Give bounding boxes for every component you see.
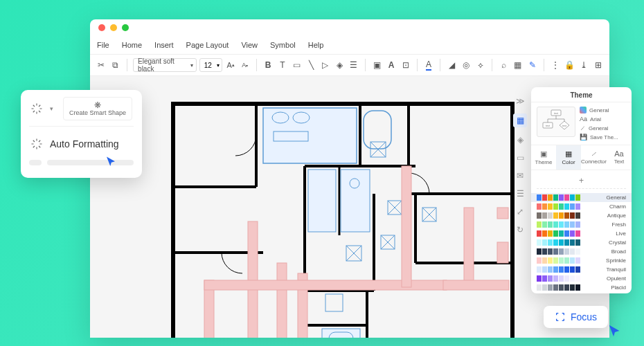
font-grow-icon[interactable]: A▴: [225, 58, 237, 72]
color-swatch: [548, 203, 553, 210]
maximize-window-button[interactable]: [122, 24, 129, 31]
color-swatch: [542, 275, 547, 282]
theme-row[interactable]: Live: [531, 229, 632, 238]
color-swatch: [570, 266, 575, 273]
color-swatch: [537, 257, 542, 264]
expand-panel-icon[interactable]: ≫: [515, 95, 526, 107]
create-smart-shape-button[interactable]: ❋ Create Smart Shape: [63, 97, 132, 120]
theme-row[interactable]: Opulent: [531, 274, 632, 283]
theme-row[interactable]: Crystal: [531, 238, 632, 247]
dropdown-icon[interactable]: ⊡: [400, 58, 411, 72]
theme-tabs: ▣Theme ▦Color ⟋Connector AaText: [531, 145, 632, 170]
menu-page-layout[interactable]: Page Layout: [186, 41, 229, 49]
theme-row[interactable]: Tranquil: [531, 265, 632, 274]
comment-icon[interactable]: ✉: [515, 170, 526, 181]
align-icon[interactable]: ☰: [348, 58, 360, 72]
more-icon[interactable]: ⊞: [593, 58, 605, 72]
search-icon[interactable]: ⌕: [498, 58, 510, 72]
color-swatch: [553, 248, 558, 255]
page-panel-icon[interactable]: ▭: [515, 152, 526, 163]
tab-text[interactable]: AaText: [607, 145, 632, 170]
theme-name: Placid: [608, 284, 626, 291]
color-swatch: [537, 212, 542, 219]
theme-row[interactable]: Antique: [531, 211, 632, 220]
copy-icon[interactable]: ⧉: [110, 58, 122, 72]
color-swatch: [553, 275, 558, 282]
pointer-icon[interactable]: ▷: [319, 58, 331, 72]
text-icon[interactable]: T: [277, 58, 289, 72]
font-size-select[interactable]: 12: [199, 58, 222, 72]
auto-formatting-row[interactable]: Auto Formatting: [29, 136, 134, 152]
color-swatch: [564, 194, 569, 201]
font-family-select[interactable]: Elegant soft black: [133, 58, 197, 72]
theme-row[interactable]: Placid: [531, 283, 632, 292]
theme-panel-title: Theme: [531, 87, 632, 102]
palette-icon[interactable]: ▦: [513, 113, 527, 127]
menu-home[interactable]: Home: [122, 41, 142, 49]
theme-row[interactable]: Charm: [531, 202, 632, 211]
theme-name: Fresh: [609, 221, 626, 228]
line-icon[interactable]: ╲: [305, 58, 317, 72]
tab-color[interactable]: ▦Color: [556, 145, 581, 170]
theme-row[interactable]: Sprinkle: [531, 256, 632, 265]
minimize-window-button[interactable]: [110, 24, 117, 31]
bullet-icon[interactable]: ☰: [515, 188, 526, 199]
tab-connector[interactable]: ⟋Connector: [581, 145, 607, 170]
export-icon[interactable]: ⤓: [578, 58, 590, 72]
shapes-panel-icon[interactable]: ◈: [515, 134, 526, 145]
color-swatch: [570, 275, 575, 282]
color-swatch: [537, 275, 542, 282]
color-swatch: [559, 248, 564, 255]
cursor-icon: [105, 156, 117, 168]
bold-icon[interactable]: B: [262, 58, 274, 72]
chevron-down-icon[interactable]: ▾: [50, 105, 53, 112]
options-icon[interactable]: ⋮: [550, 58, 562, 72]
add-theme-button[interactable]: +: [537, 173, 626, 189]
svg-rect-25: [308, 170, 336, 232]
theme-row[interactable]: Fresh: [531, 220, 632, 229]
color-swatch: [548, 257, 553, 264]
theme-name: Sprinkle: [603, 257, 626, 264]
theme-name: Antique: [605, 212, 626, 219]
lock-icon[interactable]: 🔒: [564, 58, 575, 72]
menu-symbol[interactable]: Symbol: [270, 41, 296, 49]
camera-icon[interactable]: ◎: [460, 58, 472, 72]
fullscreen-icon[interactable]: ⤢: [515, 206, 526, 217]
scissors-icon[interactable]: ✂: [96, 58, 107, 72]
rectangle-icon[interactable]: ▭: [291, 58, 303, 72]
color-swatch: [542, 221, 547, 228]
svg-rect-21: [364, 111, 391, 149]
color-swatch: [542, 212, 547, 219]
font-style-icon[interactable]: A: [386, 58, 397, 72]
theme-name: Broad: [609, 248, 626, 255]
progress-bar: [29, 160, 134, 165]
color-swatch: [548, 266, 553, 273]
right-tool-strip: ≫ ▦ ◈ ▭ ✉ ☰ ⤢ ↻: [512, 95, 528, 235]
color-swatch: [559, 266, 564, 273]
grid-icon[interactable]: ▦: [512, 58, 524, 72]
color-swatch: [542, 194, 547, 201]
font-shrink-icon[interactable]: A▾: [239, 58, 251, 72]
crop-icon[interactable]: ⟡: [474, 58, 486, 72]
layers-icon[interactable]: ◈: [334, 58, 346, 72]
menu-view[interactable]: View: [241, 41, 258, 49]
svg-rect-48: [402, 166, 411, 287]
fill-icon[interactable]: ◢: [446, 58, 458, 72]
history-icon[interactable]: ↻: [515, 224, 526, 235]
menu-insert[interactable]: Insert: [154, 41, 174, 49]
tab-theme[interactable]: ▣Theme: [531, 145, 556, 170]
underline-color-icon[interactable]: A: [423, 58, 435, 72]
svg-rect-49: [464, 208, 474, 287]
menu-help[interactable]: Help: [308, 41, 324, 49]
menu-file[interactable]: File: [97, 41, 109, 49]
svg-rect-42: [325, 294, 343, 311]
theme-row[interactable]: Broad: [531, 247, 632, 256]
focus-label: Focus: [571, 311, 597, 322]
theme-row[interactable]: General: [531, 193, 632, 202]
edit-icon[interactable]: ✎: [526, 58, 538, 72]
focus-button[interactable]: Focus: [544, 306, 608, 328]
close-window-button[interactable]: [98, 24, 105, 31]
image-icon[interactable]: ▣: [371, 58, 383, 72]
theme-name: Opulent: [604, 275, 626, 282]
color-swatch: [559, 212, 564, 219]
